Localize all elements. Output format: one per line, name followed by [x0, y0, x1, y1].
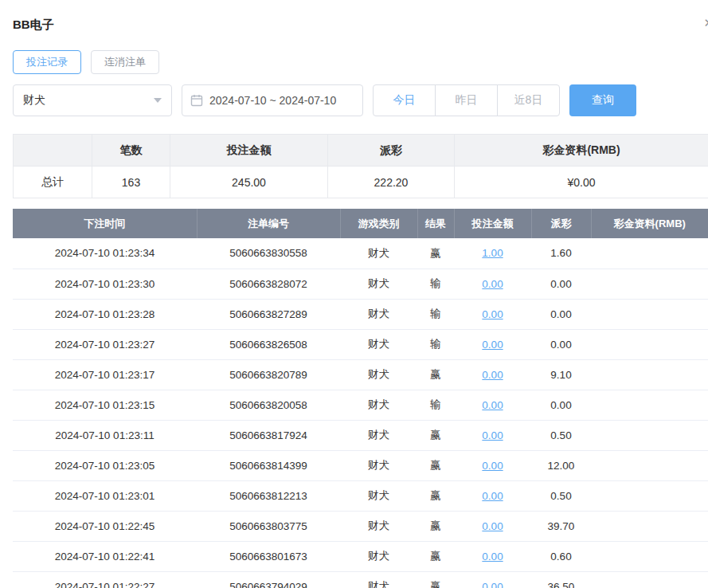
bet-amount-link[interactable]: 0.00 [482, 490, 503, 502]
cell-bet-time: 2024-07-10 01:23:28 [13, 299, 197, 329]
cell-bet-time: 2024-07-10 01:23:17 [13, 359, 197, 390]
header-payout: 派彩 [531, 209, 591, 238]
bet-amount-link[interactable]: 0.00 [482, 278, 503, 290]
summary-header-bet: 投注金额 [170, 135, 328, 167]
cell-payout: 0.60 [531, 541, 591, 571]
header-order-id: 注单编号 [197, 209, 340, 238]
bet-amount-link[interactable]: 0.00 [482, 581, 503, 588]
summary-header-blank [14, 135, 92, 167]
cell-bet-time: 2024-07-10 01:23:01 [13, 480, 197, 511]
tab-chain-orders[interactable]: 连消注单 [91, 50, 159, 74]
bet-amount-link[interactable]: 1.00 [482, 247, 503, 259]
quick-date-group: 今日 昨日 近8日 [373, 84, 560, 116]
table-row: 2024-07-10 01:23:345060663830558财犬赢1.001… [13, 238, 708, 269]
table-row: 2024-07-10 01:23:175060663820789财犬赢0.009… [13, 359, 708, 390]
cell-game-type: 财犬 [340, 359, 417, 390]
cell-result: 输 [417, 269, 454, 299]
table-row: 2024-07-10 01:23:115060663817924财犬赢0.000… [13, 420, 708, 450]
cell-bonus [591, 238, 708, 269]
cell-result: 输 [417, 329, 454, 359]
cell-order-id: 5060663817924 [197, 420, 340, 450]
cell-result: 赢 [417, 541, 454, 571]
cell-order-id: 5060663826508 [197, 329, 340, 359]
cell-game-type: 财犬 [340, 329, 417, 359]
today-button[interactable]: 今日 [373, 84, 436, 116]
table-row: 2024-07-10 01:23:285060663827289财犬输0.000… [13, 299, 708, 329]
cell-result: 赢 [417, 480, 454, 511]
close-icon[interactable]: ✕ [703, 16, 708, 30]
header-bet-amount: 投注金额 [454, 209, 531, 238]
cell-result: 赢 [417, 571, 454, 588]
cell-bet-amount: 0.00 [454, 269, 531, 299]
cell-payout: 1.60 [531, 238, 591, 269]
cell-payout: 36.50 [531, 571, 591, 588]
cell-bonus [591, 571, 708, 588]
bet-amount-link[interactable]: 0.00 [482, 520, 503, 532]
bet-table: 下注时间 注单编号 游戏类别 结果 投注金额 派彩 彩金资料(RMB) 2024… [13, 209, 708, 588]
cell-bet-amount: 1.00 [454, 238, 531, 269]
game-select[interactable]: 财犬 [13, 84, 172, 116]
header-bet-time: 下注时间 [13, 209, 197, 238]
cell-game-type: 财犬 [340, 571, 417, 588]
summary-bet-amount: 245.00 [170, 167, 328, 198]
cell-payout: 0.50 [531, 480, 591, 511]
cell-bonus [591, 420, 708, 450]
calendar-icon [190, 94, 203, 107]
cell-bonus [591, 541, 708, 571]
cell-bet-amount: 0.00 [454, 299, 531, 329]
bet-amount-link[interactable]: 0.00 [482, 308, 503, 320]
cell-bet-time: 2024-07-10 01:23:15 [13, 390, 197, 420]
cell-order-id: 5060663820789 [197, 359, 340, 390]
cell-game-type: 财犬 [340, 269, 417, 299]
summary-count: 163 [92, 167, 170, 198]
bet-amount-link[interactable]: 0.00 [482, 339, 503, 351]
cell-order-id: 5060663814399 [197, 450, 340, 480]
bet-amount-link[interactable]: 0.00 [482, 429, 503, 441]
game-select-value: 财犬 [23, 93, 45, 108]
bet-amount-link[interactable]: 0.00 [482, 399, 503, 411]
bet-record-panel: BB电子 ✕ 投注记录 连消注单 财犬 2024-07-10 ~ 2024-07… [0, 0, 708, 588]
table-row: 2024-07-10 01:22:275060663794029财犬赢0.003… [13, 571, 708, 588]
table-row: 2024-07-10 01:23:155060663820058财犬输0.000… [13, 390, 708, 420]
cell-bet-amount: 0.00 [454, 480, 531, 511]
summary-table: 笔数 投注金额 派彩 彩金资料(RMB) 总计 163 245.00 222.2… [13, 134, 708, 198]
cell-payout: 0.50 [531, 420, 591, 450]
yesterday-button[interactable]: 昨日 [435, 84, 498, 116]
table-row: 2024-07-10 01:23:015060663812213财犬赢0.000… [13, 480, 708, 511]
cell-bet-amount: 0.00 [454, 511, 531, 541]
cell-bet-amount: 0.00 [454, 571, 531, 588]
cell-order-id: 5060663820058 [197, 390, 340, 420]
cell-game-type: 财犬 [340, 390, 417, 420]
header-game-type: 游戏类别 [340, 209, 417, 238]
page-title: BB电子 [13, 18, 54, 33]
table-row: 2024-07-10 01:23:305060663828072财犬输0.000… [13, 269, 708, 299]
cell-result: 赢 [417, 359, 454, 390]
bet-amount-link[interactable]: 0.00 [482, 369, 503, 381]
cell-bonus [591, 329, 708, 359]
cell-game-type: 财犬 [340, 480, 417, 511]
search-button[interactable]: 查询 [569, 84, 636, 116]
bet-amount-link[interactable]: 0.00 [482, 460, 503, 472]
tab-bet-records[interactable]: 投注记录 [13, 50, 81, 74]
cell-game-type: 财犬 [340, 420, 417, 450]
cell-payout: 12.00 [531, 450, 591, 480]
bet-amount-link[interactable]: 0.00 [482, 551, 503, 563]
cell-result: 赢 [417, 238, 454, 269]
chevron-down-icon [154, 98, 162, 103]
cell-bet-amount: 0.00 [454, 541, 531, 571]
cell-bet-time: 2024-07-10 01:23:05 [13, 450, 197, 480]
table-row: 2024-07-10 01:23:055060663814399财犬赢0.001… [13, 450, 708, 480]
cell-bonus [591, 480, 708, 511]
cell-bet-amount: 0.00 [454, 420, 531, 450]
filter-bar: 财犬 2024-07-10 ~ 2024-07-10 今日 昨日 近8日 查询 [13, 84, 708, 116]
date-range-input[interactable]: 2024-07-10 ~ 2024-07-10 [182, 84, 363, 116]
cell-bet-time: 2024-07-10 01:23:30 [13, 269, 197, 299]
header-result: 结果 [417, 209, 454, 238]
cell-result: 输 [417, 299, 454, 329]
cell-game-type: 财犬 [340, 511, 417, 541]
cell-payout: 0.00 [531, 269, 591, 299]
cell-bet-time: 2024-07-10 01:23:11 [13, 420, 197, 450]
last-8-days-button[interactable]: 近8日 [497, 84, 560, 116]
tab-bar: 投注记录 连消注单 [13, 50, 708, 74]
cell-bonus [591, 511, 708, 541]
